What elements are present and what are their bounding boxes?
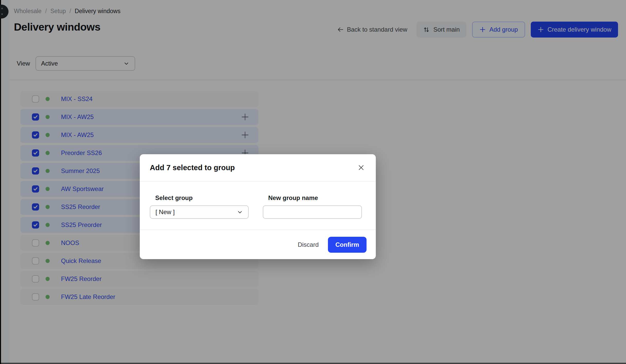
confirm-button[interactable]: Confirm — [328, 237, 367, 253]
discard-button[interactable]: Discard — [298, 241, 319, 248]
modal-header: Add 7 selected to group — [140, 154, 376, 181]
collapse-nav-glyph — [1, 13, 3, 15]
close-icon[interactable] — [358, 164, 364, 171]
modal-title: Add 7 selected to group — [150, 163, 235, 172]
window-left-edge — [0, 0, 1, 364]
modal-footer: Discard Confirm — [140, 230, 376, 259]
new-group-name-label: New group name — [263, 194, 362, 202]
select-group-field: Select group [ New ] — [150, 194, 249, 230]
select-group-dropdown[interactable]: [ New ] — [150, 205, 249, 219]
select-group-label: Select group — [150, 194, 249, 202]
new-group-name-field: New group name — [263, 194, 362, 230]
delivery-windows-page: Wholesale / Setup / Delivery windows Del… — [0, 0, 626, 364]
add-to-group-modal: Add 7 selected to group Select group [ N… — [140, 154, 376, 259]
modal-body: Select group [ New ] New group name — [140, 181, 376, 230]
collapse-nav-glyph — [1, 8, 3, 9]
new-group-name-input[interactable] — [263, 205, 362, 219]
select-group-value: [ New ] — [155, 208, 237, 216]
chevron-down-icon — [237, 209, 243, 215]
